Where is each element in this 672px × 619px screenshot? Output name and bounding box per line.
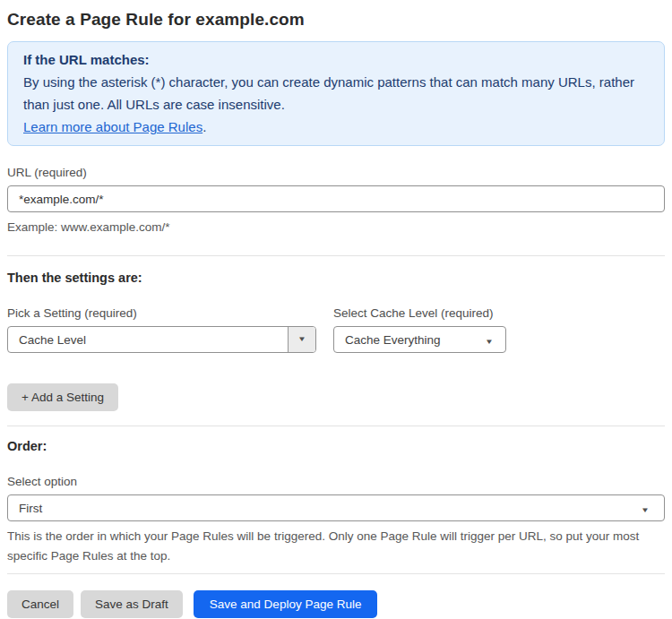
save-and-deploy-button[interactable]: Save and Deploy Page Rule [194,590,378,618]
cache-level-column: Select Cache Level (required) Cache Ever… [333,287,506,353]
order-helper-text: This is the order in which your Page Rul… [7,527,665,566]
pick-setting-value: Cache Level [8,333,288,347]
info-box-heading: If the URL matches: [23,48,649,71]
pick-setting-label: Pick a Setting (required) [7,306,316,320]
info-link-line: Learn more about Page Rules. [23,116,649,138]
form-actions: Cancel Save as Draft Save and Deploy Pag… [7,590,665,618]
section-divider [7,255,665,256]
order-select[interactable]: First ▼ [7,494,665,521]
url-example-helper: Example: www.example.com/* [7,218,665,237]
learn-more-link[interactable]: Learn more about Page Rules [23,119,202,134]
url-label: URL (required) [7,166,665,179]
section-divider [7,573,665,574]
page-title: Create a Page Rule for example.com [7,10,665,30]
section-divider [7,426,665,426]
order-select-label: Select option [7,475,665,488]
pick-setting-select[interactable]: Cache Level ▼ [7,326,316,353]
save-as-draft-button[interactable]: Save as Draft [81,590,183,618]
url-input[interactable] [7,185,665,212]
chevron-down-icon: ▼ [288,327,315,352]
dropdown-arrow-glyph: ▼ [297,336,306,343]
cancel-button[interactable]: Cancel [7,590,73,618]
cache-level-select[interactable]: Cache Everything ▼ [333,326,506,353]
dropdown-arrow-glyph: ▼ [485,339,494,346]
settings-selects-row: Pick a Setting (required) Cache Level ▼ … [7,287,665,353]
create-page-rule-form: Create a Page Rule for example.com If th… [0,10,672,618]
settings-section-heading: Then the settings are: [7,271,665,285]
pick-setting-column: Pick a Setting (required) Cache Level ▼ [7,287,316,353]
add-setting-button[interactable]: + Add a Setting [7,383,118,411]
order-select-value: First [8,502,642,515]
dropdown-arrow-glyph: ▼ [641,507,650,514]
order-section-heading: Order: [7,439,665,453]
info-box-body: By using the asterisk (*) character, you… [23,71,649,116]
url-match-info-box: If the URL matches: By using the asteris… [7,41,665,146]
cache-level-value: Cache Everything [334,333,486,347]
link-period: . [202,119,206,134]
cache-level-label: Select Cache Level (required) [333,306,506,320]
chevron-down-icon: ▼ [642,502,664,515]
chevron-down-icon: ▼ [486,333,505,347]
